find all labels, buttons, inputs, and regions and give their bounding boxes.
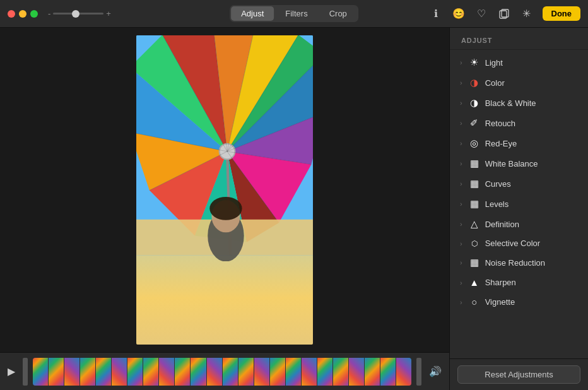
filmstrip-frame [286,358,301,386]
adjust-item-definition[interactable]: › △ Definition [450,214,588,234]
adjust-item-color[interactable]: › ◑ Color [450,73,588,93]
vignette-icon: ○ [469,297,480,307]
photo-container [136,35,313,345]
duplicate-button[interactable] [497,7,511,21]
adjust-label-wb: White Balance [485,159,538,168]
filmstrip-frame [49,358,64,386]
tab-filters[interactable]: Filters [275,6,317,21]
filmstrip-frame [270,358,285,386]
adjust-label-curves: Curves [485,179,511,189]
photo-image [136,35,313,345]
color-icon: ◑ [469,77,480,88]
zoom-slider-thumb[interactable] [72,10,79,18]
filmstrip-frame [64,358,79,386]
adjust-label-vignette: Vignette [485,297,515,307]
chevron-icon: › [460,240,462,247]
noise-icon: ▦ [469,257,480,268]
adjust-label-retouch: Retouch [485,119,515,128]
sharpen-icon: ▲ [469,277,480,288]
adjust-item-curves[interactable]: › ▦ Curves [450,174,588,194]
filmstrip-frame [317,358,332,386]
tab-crop[interactable]: Crop [319,6,357,21]
face-button[interactable]: 😊 [452,7,466,21]
bw-icon: ◑ [469,97,480,109]
adjust-label-redeye: Red-Eye [485,139,517,148]
filmstrip-frame [112,358,127,386]
filmstrip-frame [33,358,48,386]
info-button[interactable]: ℹ [429,7,443,21]
filmstrip-frame [223,358,238,386]
filmstrip-handle-right[interactable] [416,358,421,386]
filmstrip[interactable] [33,358,411,386]
chevron-icon: › [460,259,462,266]
adjust-label-light: Light [485,58,503,68]
adjust-item-noise[interactable]: › ▦ Noise Reduction [450,252,588,273]
filmstrip-frame [143,358,158,386]
adjust-label-levels: Levels [485,199,509,209]
panel-bottom: Reset Adjustments [450,358,588,390]
chevron-icon: › [460,180,462,187]
zoom-plus-label: + [106,9,111,18]
photo-viewer [0,28,449,352]
adjust-item-vignette[interactable]: › ○ Vignette [450,292,588,312]
filmstrip-frame [175,358,190,386]
toolbar-right: ℹ 😊 ♡ ✳ Done [429,6,581,21]
filmstrip-frame [365,358,380,386]
adjust-label-noise: Noise Reduction [485,258,545,268]
adjust-item-selective-color[interactable]: › ⬡ Selective Color [450,234,588,252]
filmstrip-bar: ▶ [0,352,449,390]
tab-adjust[interactable]: Adjust [231,6,274,21]
minimize-button[interactable] [19,10,26,18]
chevron-icon: › [460,160,462,167]
adjust-header: ADJUST [450,28,588,50]
filmstrip-frame [254,358,269,386]
adjust-item-bw[interactable]: › ◑ Black & White [450,93,588,113]
chevron-icon: › [460,99,462,107]
adjust-item-light[interactable]: › ☀ Light [450,52,588,73]
umbrella-svg [136,35,313,261]
light-icon: ☀ [469,57,480,68]
retouch-icon: ✐ [469,117,480,129]
titlebar: - + Adjust Filters Crop ℹ 😊 ♡ ✳ Done [0,0,588,28]
filmstrip-frame [238,358,254,386]
chevron-icon: › [460,279,462,287]
volume-button[interactable]: 🔊 [426,363,444,380]
adjust-item-redeye[interactable]: › ◎ Red-Eye [450,133,588,153]
filmstrip-frame [80,358,95,386]
filmstrip-frame [207,358,222,386]
play-button[interactable]: ▶ [5,363,18,380]
chevron-icon: › [460,298,462,306]
definition-icon: △ [469,218,480,230]
photo-area: ▶ [0,28,449,390]
traffic-lights [8,10,38,18]
reset-adjustments-button[interactable]: Reset Adjustments [457,365,580,384]
adjust-label-selective-color: Selective Color [485,239,540,248]
adjust-item-retouch[interactable]: › ✐ Retouch [450,113,588,133]
adjust-label-bw: Black & White [485,98,536,108]
chevron-icon: › [460,119,462,127]
filmstrip-frame [396,358,411,386]
right-panel: ADJUST › ☀ Light › ◑ Color › ◑ Black & W… [449,28,588,390]
maximize-button[interactable] [30,10,38,18]
heart-button[interactable]: ♡ [474,7,488,21]
filmstrip-handle-left[interactable] [23,358,28,386]
chevron-icon: › [460,200,462,208]
magic-button[interactable]: ✳ [520,7,534,21]
done-button[interactable]: Done [543,6,581,21]
adjust-label-definition: Definition [485,220,519,229]
filmstrip-frame [96,358,111,386]
curves-icon: ▦ [469,178,480,189]
filmstrip-frames [33,358,411,386]
selective-color-icon: ⬡ [469,239,480,248]
filmstrip-frame [333,358,348,386]
adjust-item-sharpen[interactable]: › ▲ Sharpen [450,273,588,292]
chevron-icon: › [460,220,462,228]
adjust-item-levels[interactable]: › ▦ Levels [450,194,588,214]
zoom-slider-track[interactable] [53,13,103,15]
adjust-item-wb[interactable]: › ▦ White Balance [450,153,588,174]
chevron-icon: › [460,139,462,147]
close-button[interactable] [8,10,15,18]
chevron-icon: › [460,79,462,86]
filmstrip-frame [380,358,396,386]
chevron-icon: › [460,59,462,66]
